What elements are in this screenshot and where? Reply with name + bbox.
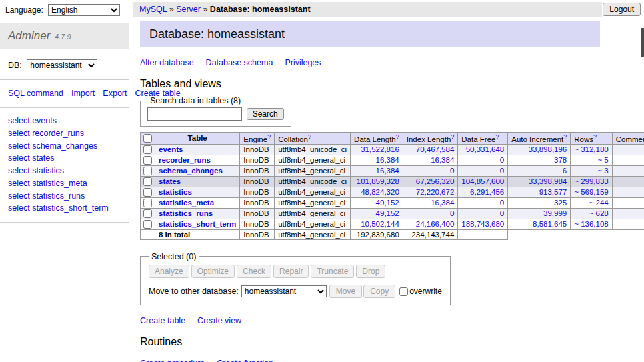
row-checkbox[interactable] bbox=[143, 167, 152, 175]
rows-link[interactable]: ~ 5 bbox=[597, 156, 608, 164]
search-button[interactable]: Search bbox=[247, 108, 284, 120]
auto-increment-link[interactable]: 378 bbox=[554, 156, 567, 164]
routine-link[interactable]: Create procedure bbox=[140, 359, 205, 362]
overwrite-checkbox[interactable] bbox=[399, 287, 408, 296]
repair-button[interactable]: Repair bbox=[273, 265, 309, 278]
row-checkbox[interactable] bbox=[143, 220, 152, 229]
sidebar-table-link[interactable]: select recorder_runs bbox=[8, 127, 121, 140]
data-length-link[interactable]: 31,522,816 bbox=[361, 145, 399, 153]
sidebar-table-link[interactable]: select statistics bbox=[8, 165, 121, 177]
copy-button[interactable]: Copy bbox=[363, 285, 395, 298]
db-action-link[interactable]: Database schema bbox=[206, 58, 273, 67]
row-checkbox[interactable] bbox=[143, 188, 152, 197]
row-checkbox[interactable] bbox=[143, 209, 152, 218]
db-select[interactable]: homeassistant bbox=[27, 59, 97, 71]
language-select[interactable]: English bbox=[48, 4, 120, 16]
rows-link[interactable]: ~ 628 bbox=[589, 209, 609, 217]
index-length-link[interactable]: 24,166,400 bbox=[416, 220, 455, 228]
select-all-checkbox[interactable] bbox=[143, 134, 152, 143]
table-name-link[interactable]: statistics_meta bbox=[159, 199, 214, 207]
truncate-button[interactable]: Truncate bbox=[311, 265, 354, 278]
index-length-link[interactable]: 16,384 bbox=[431, 156, 454, 164]
data-free-link[interactable]: 0 bbox=[500, 199, 504, 207]
index-length-link[interactable]: 0 bbox=[450, 167, 454, 175]
data-length-link[interactable]: 10,502,144 bbox=[361, 220, 399, 228]
index-length-link[interactable]: 16,384 bbox=[431, 199, 454, 207]
sidebar-table-link[interactable]: select statistics_runs bbox=[8, 190, 121, 203]
index-length-link[interactable]: 72,220,672 bbox=[416, 188, 455, 196]
create-link[interactable]: Create table bbox=[140, 316, 185, 325]
routine-link[interactable]: Create function bbox=[217, 359, 273, 362]
data-free-link[interactable]: 6,291,456 bbox=[470, 188, 504, 196]
data-free-link[interactable]: 0 bbox=[500, 209, 504, 217]
data-length-link[interactable]: 48,824,320 bbox=[361, 188, 399, 196]
auto-increment-link[interactable]: 913,577 bbox=[539, 188, 567, 196]
data-free-link[interactable]: 50,331,648 bbox=[466, 145, 505, 153]
logout-button[interactable]: Logout bbox=[603, 3, 641, 16]
data-free-link[interactable]: 0 bbox=[500, 156, 504, 164]
data-length-link[interactable]: 16,384 bbox=[376, 156, 399, 164]
data-length-link[interactable]: 49,152 bbox=[376, 199, 399, 207]
check-button[interactable]: Check bbox=[237, 265, 271, 278]
rows-link[interactable]: ~ 312,180 bbox=[574, 145, 608, 153]
sidebar-table-link[interactable]: select statistics_meta bbox=[8, 177, 121, 190]
column-help-link[interactable]: ? bbox=[451, 133, 454, 140]
rows-link[interactable]: ~ 244 bbox=[589, 199, 609, 207]
rows-link[interactable]: ~ 299,833 bbox=[574, 177, 608, 185]
column-help-link[interactable]: ? bbox=[396, 133, 399, 140]
search-input[interactable] bbox=[147, 107, 242, 121]
db-action-link[interactable]: Alter database bbox=[140, 58, 194, 67]
db-action-link[interactable]: Privileges bbox=[285, 58, 321, 67]
column-help-link[interactable]: ? bbox=[495, 133, 499, 140]
sidebar-table-link[interactable]: select schema_changes bbox=[8, 140, 121, 153]
data-length-link[interactable]: 101,859,328 bbox=[357, 177, 399, 185]
index-length-link[interactable]: 70,467,584 bbox=[416, 145, 455, 153]
drop-button[interactable]: Drop bbox=[356, 265, 385, 278]
optimize-button[interactable]: Optimize bbox=[191, 265, 235, 278]
analyze-button[interactable]: Analyze bbox=[149, 265, 189, 278]
column-help-link[interactable]: ? bbox=[563, 133, 567, 140]
rows-link[interactable]: ~ 569,159 bbox=[574, 188, 608, 196]
auto-increment-link[interactable]: 33,398,984 bbox=[529, 177, 567, 185]
row-checkbox[interactable] bbox=[143, 177, 152, 186]
column-help-link[interactable]: ? bbox=[308, 133, 311, 140]
table-name-link[interactable]: statistics_runs bbox=[159, 209, 213, 217]
column-help-link[interactable]: ? bbox=[593, 133, 597, 140]
data-free-link[interactable]: 188,743,680 bbox=[461, 220, 504, 228]
scrollbar-thumb[interactable] bbox=[641, 28, 644, 57]
row-checkbox[interactable] bbox=[143, 199, 152, 207]
index-length-link[interactable]: 0 bbox=[450, 209, 454, 217]
sidebar-table-link[interactable]: select statistics_short_term bbox=[8, 202, 121, 215]
rows-link[interactable]: ~ 136,108 bbox=[574, 220, 608, 228]
sidebar-table-link[interactable]: select events bbox=[8, 115, 121, 127]
sidebar-action-link[interactable]: Import bbox=[71, 89, 95, 98]
data-length-link[interactable]: 49,152 bbox=[376, 209, 399, 217]
table-name-link[interactable]: recorder_runs bbox=[159, 156, 211, 164]
table-name-link[interactable]: states bbox=[159, 177, 181, 185]
row-checkbox[interactable] bbox=[143, 145, 152, 154]
sidebar-table-link[interactable]: select states bbox=[8, 152, 121, 165]
auto-increment-link[interactable]: 6 bbox=[563, 167, 567, 175]
column-help-link[interactable]: ? bbox=[267, 133, 271, 140]
table-name-link[interactable]: statistics bbox=[159, 188, 192, 196]
table-name-link[interactable]: statistics_short_term bbox=[159, 220, 236, 228]
rows-link[interactable]: ~ 3 bbox=[597, 167, 608, 175]
sidebar-action-link[interactable]: SQL command bbox=[8, 89, 63, 98]
create-link[interactable]: Create view bbox=[197, 316, 241, 325]
data-free-link[interactable]: 0 bbox=[500, 167, 504, 175]
move-button[interactable]: Move bbox=[329, 285, 362, 298]
data-free-link[interactable]: 104,857,600 bbox=[461, 177, 504, 185]
index-length-link[interactable]: 67,256,320 bbox=[416, 177, 455, 185]
row-checkbox[interactable] bbox=[143, 156, 152, 165]
table-name-link[interactable]: events bbox=[159, 145, 183, 153]
move-db-select[interactable]: homeassistant bbox=[241, 285, 327, 297]
auto-increment-link[interactable]: 8,581,645 bbox=[533, 220, 567, 228]
auto-increment-link[interactable]: 39,999 bbox=[543, 209, 567, 217]
sidebar-action-link[interactable]: Export bbox=[103, 89, 127, 98]
breadcrumb-link[interactable]: MySQL bbox=[139, 5, 167, 14]
breadcrumb-link[interactable]: Server bbox=[176, 5, 201, 14]
auto-increment-link[interactable]: 33,898,196 bbox=[529, 145, 567, 153]
auto-increment-link[interactable]: 325 bbox=[554, 199, 567, 207]
data-length-link[interactable]: 16,384 bbox=[376, 167, 399, 175]
table-name-link[interactable]: schema_changes bbox=[159, 167, 223, 175]
